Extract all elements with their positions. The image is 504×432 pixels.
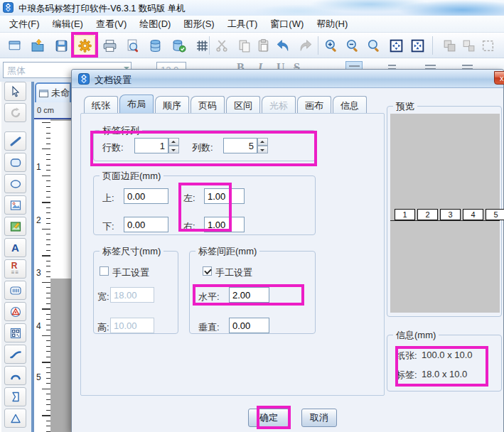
ruler-major-ticks [42, 122, 50, 432]
zoom-button[interactable] [363, 35, 385, 56]
rotate-tool-button[interactable] [4, 103, 26, 122]
ungroup-button[interactable] [458, 35, 479, 56]
save-button[interactable] [50, 35, 72, 56]
cols-value[interactable]: 5 [223, 138, 257, 153]
logo-shape-icon [9, 306, 22, 318]
menu-file[interactable]: 文件(F) [3, 16, 46, 33]
menu-tools[interactable]: 工具(T) [221, 16, 264, 33]
select-frame-button[interactable] [477, 35, 498, 56]
text-tool-button[interactable]: A [4, 238, 26, 257]
rounded-rect-tool-button[interactable] [4, 153, 26, 172]
printer-icon [102, 38, 117, 53]
tab-range[interactable]: 区间 [226, 96, 260, 114]
picture-edit-icon [9, 220, 22, 233]
print-button[interactable] [99, 35, 120, 56]
cursor-arrow-icon [9, 85, 22, 98]
rows-spinner[interactable]: 1 [134, 138, 179, 153]
group-button[interactable] [439, 35, 460, 56]
margin-bottom-label: 下: [102, 220, 114, 233]
polygon-tool-button[interactable] [4, 387, 26, 406]
gap-vertical-label: 垂直: [198, 321, 220, 334]
vertical-ruler: 1 2 3 4 5 [34, 119, 50, 432]
ruler-mark: 4 [36, 321, 41, 331]
picture-tool-button[interactable] [4, 217, 26, 236]
cut-button[interactable] [211, 35, 232, 56]
image-icon [9, 199, 22, 212]
spinner-up-button[interactable] [168, 138, 179, 146]
curve-tool-button[interactable] [4, 345, 26, 364]
margin-top-input[interactable]: 0.00 [124, 188, 168, 204]
fit-selection-button[interactable] [407, 35, 428, 56]
new-document-button[interactable] [4, 35, 25, 56]
preview-cell: 5 [486, 209, 504, 220]
print-preview-button[interactable] [122, 35, 143, 56]
database-button[interactable] [144, 35, 166, 56]
rows-label: 行数: [102, 141, 124, 154]
open-button[interactable] [27, 35, 48, 56]
dialog-titlebar[interactable]: 文档设置 x [72, 70, 503, 88]
barcode-tool-button[interactable] [4, 281, 26, 300]
canvas-area[interactable] [50, 119, 71, 432]
margin-right-input[interactable]: 1.00 [204, 217, 245, 232]
image-tool-button[interactable] [4, 195, 26, 215]
menu-edit[interactable]: 编辑(E) [46, 16, 90, 33]
curve-icon [9, 348, 22, 361]
rich-text-icon: R≡≡ [11, 262, 19, 276]
database-connect-button[interactable] [168, 35, 189, 56]
tab-canvas[interactable]: 画布 [297, 96, 331, 114]
rich-text-tool-button[interactable]: R≡≡ [4, 259, 26, 279]
triangle-icon [9, 412, 22, 425]
select-tool-button[interactable] [4, 82, 26, 101]
line-tool-button[interactable] [4, 131, 26, 151]
document-settings-dialog: 文档设置 x 纸张 布局 顺序 页码 区间 光标 画布 信息 标签行列 行数: … [71, 69, 504, 432]
spinner-up-button[interactable] [257, 138, 268, 146]
margin-left-input[interactable]: 1.00 [204, 188, 245, 204]
document-setup-button[interactable] [74, 35, 95, 56]
tab-info[interactable]: 信息 [333, 96, 367, 114]
document-tab-title: 未命 [51, 87, 70, 99]
tab-page-number[interactable]: 页码 [191, 96, 225, 114]
gap-horizontal-input[interactable]: 2.00 [229, 287, 269, 303]
logo-tool-button[interactable] [4, 302, 26, 321]
menu-window[interactable]: 窗口(W) [264, 16, 310, 33]
menu-view[interactable]: 查看(V) [90, 16, 133, 33]
document-tab[interactable]: 未命 [35, 82, 71, 102]
label-gap-group: 标签间距(mm) 手工设置 水平: 2.00 垂直: 0.00 [189, 251, 316, 334]
rows-value[interactable]: 1 [134, 138, 168, 153]
tab-order[interactable]: 顺序 [155, 96, 189, 114]
preview-label-row: 1 2 3 4 5 [395, 209, 504, 220]
gap-vertical-input[interactable]: 0.00 [229, 318, 269, 333]
redo-button[interactable] [295, 35, 316, 56]
margin-bottom-input[interactable]: 0.00 [124, 217, 168, 232]
close-button[interactable]: x [494, 71, 504, 85]
zoom-in-button[interactable] [321, 35, 342, 56]
cols-spinner[interactable]: 5 [223, 138, 268, 153]
preview-cell: 2 [417, 209, 438, 220]
dialog-icon [78, 73, 90, 85]
triangle-tool-button[interactable] [4, 409, 26, 428]
zoom-out-button[interactable] [342, 35, 363, 56]
cancel-button[interactable]: 取消 [301, 409, 337, 427]
tab-layout[interactable]: 布局 [119, 94, 154, 114]
toolbar-separator [209, 36, 210, 55]
arc-tool-button[interactable] [4, 366, 26, 385]
paste-button[interactable] [252, 35, 274, 56]
menu-help[interactable]: 帮助(H) [310, 16, 354, 33]
line-icon [9, 135, 22, 148]
label-gap-manual-checkbox[interactable] [203, 266, 212, 276]
qrcode-tool-button[interactable] [4, 323, 26, 342]
document-tab-icon [39, 90, 48, 97]
preview-cell: 3 [440, 209, 461, 220]
label-size-legend: 标签尺寸(mm) [100, 245, 163, 258]
fit-page-button[interactable] [385, 35, 407, 56]
spinner-down-button[interactable] [168, 146, 179, 153]
ellipse-tool-button[interactable] [4, 174, 26, 193]
menu-shapes[interactable]: 图形(S) [177, 16, 220, 33]
undo-button[interactable] [272, 35, 293, 56]
ruler-mark: 3 [36, 268, 41, 278]
label-size-manual-checkbox[interactable] [100, 266, 109, 276]
ok-button[interactable]: 确定 [248, 409, 289, 427]
tab-paper[interactable]: 纸张 [84, 96, 118, 114]
menu-draw[interactable]: 绘图(D) [133, 16, 177, 33]
spinner-down-button[interactable] [257, 146, 268, 153]
